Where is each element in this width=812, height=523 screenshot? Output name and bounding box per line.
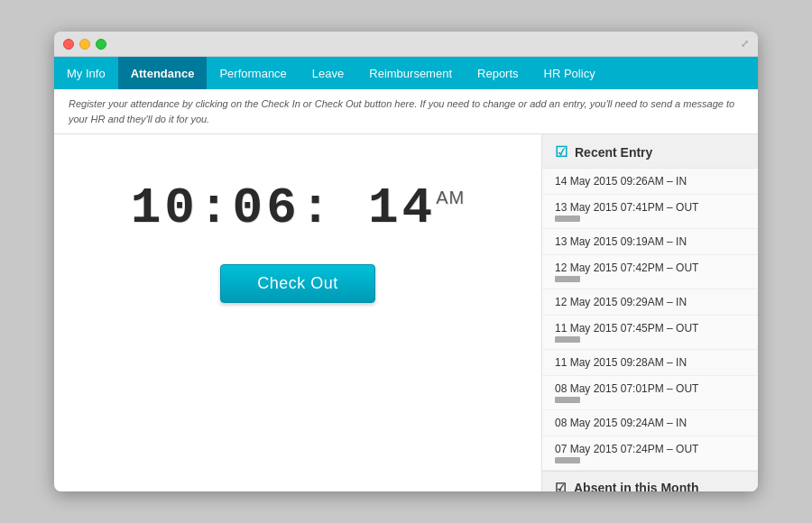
close-button[interactable] xyxy=(63,39,74,50)
maximize-button[interactable] xyxy=(96,39,106,50)
entries-container: 14 May 2015 09:26AM – IN13 May 2015 07:4… xyxy=(542,169,758,471)
entry-tag xyxy=(555,216,580,222)
nav-item-myinfo[interactable]: My Info xyxy=(54,57,118,89)
nav-item-leave[interactable]: Leave xyxy=(300,57,356,89)
entry-item: 08 May 2015 07:01PM – OUT xyxy=(542,376,758,410)
entry-text: 14 May 2015 09:26AM – IN xyxy=(555,175,745,188)
entry-tag xyxy=(555,276,580,282)
entry-text: 12 May 2015 07:42PM – OUT xyxy=(555,262,745,274)
check-icon: ☑ xyxy=(555,143,567,161)
navbar: My Info Attendance Performance Leave Rei… xyxy=(54,57,758,89)
instruction-text: Register your attendance by clicking on … xyxy=(54,89,758,134)
main-content: 10:06: 14AM Check Out ☑ Recent Entry 14 … xyxy=(54,134,758,491)
entry-text: 08 May 2015 07:01PM – OUT xyxy=(555,382,745,395)
right-panel: ☑ Recent Entry 14 May 2015 09:26AM – IN1… xyxy=(541,134,758,491)
entry-item: 11 May 2015 07:45PM – OUT xyxy=(542,316,758,350)
checkout-button[interactable]: Check Out xyxy=(220,264,375,303)
nav-item-reports[interactable]: Reports xyxy=(465,57,531,89)
nav-item-hrpolicy[interactable]: HR Policy xyxy=(531,57,608,89)
absent-check-icon: ☑ xyxy=(555,481,567,491)
entry-tag xyxy=(555,397,580,403)
entry-tag xyxy=(555,457,580,463)
titlebar: ⤢ xyxy=(54,32,758,57)
entry-text: 11 May 2015 09:28AM – IN xyxy=(555,356,745,369)
expand-icon[interactable]: ⤢ xyxy=(741,38,749,50)
absent-section-header: ☑ Absent in this Month xyxy=(542,471,758,491)
entry-text: 08 May 2015 09:24AM – IN xyxy=(555,417,745,429)
recent-entry-header: ☑ Recent Entry xyxy=(542,134,758,169)
entry-item: 13 May 2015 07:41PM – OUT xyxy=(542,195,758,229)
entry-tag xyxy=(555,336,580,343)
app-window: ⤢ My Info Attendance Performance Leave R… xyxy=(54,32,758,491)
clock-display: 10:06: 14AM xyxy=(131,179,465,237)
entry-text: 13 May 2015 09:19AM – IN xyxy=(555,235,745,248)
traffic-lights xyxy=(63,39,106,50)
nav-item-performance[interactable]: Performance xyxy=(207,57,299,89)
entry-item: 11 May 2015 09:28AM – IN xyxy=(542,350,758,376)
minimize-button[interactable] xyxy=(79,39,90,50)
entry-item: 12 May 2015 09:29AM – IN xyxy=(542,289,758,316)
left-panel: 10:06: 14AM Check Out xyxy=(54,134,541,491)
entry-item: 07 May 2015 07:24PM – OUT xyxy=(542,436,758,471)
entry-item: 13 May 2015 09:19AM – IN xyxy=(542,229,758,255)
entry-text: 13 May 2015 07:41PM – OUT xyxy=(555,201,745,214)
entry-item: 14 May 2015 09:26AM – IN xyxy=(542,169,758,195)
nav-item-attendance[interactable]: Attendance xyxy=(118,57,208,89)
nav-item-reimbursement[interactable]: Reimbursement xyxy=(356,57,465,89)
entry-text: 11 May 2015 07:45PM – OUT xyxy=(555,322,745,335)
entry-text: 12 May 2015 09:29AM – IN xyxy=(555,296,745,308)
entry-item: 08 May 2015 09:24AM – IN xyxy=(542,410,758,436)
entry-text: 07 May 2015 07:24PM – OUT xyxy=(555,443,745,455)
entry-item: 12 May 2015 07:42PM – OUT xyxy=(542,255,758,289)
